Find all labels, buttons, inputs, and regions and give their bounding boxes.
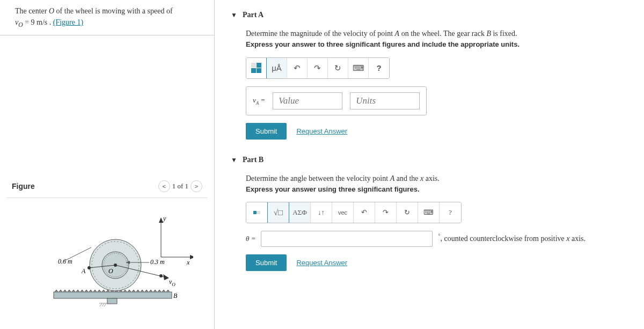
svg-line-10 [104, 303, 106, 306]
toolbar-a: μÅ ↶ ↷ ↻ ⌨ ? [246, 57, 390, 79]
figure-next-button[interactable]: > [191, 180, 202, 192]
svg-text:0.6 m: 0.6 m [58, 258, 72, 265]
theta-units-label: °, counted counterclockwise from positiv… [438, 235, 586, 243]
units-input[interactable] [350, 92, 420, 109]
vec-button[interactable]: vec [332, 202, 354, 223]
templates-button[interactable] [246, 58, 267, 78]
svg-line-9 [102, 303, 104, 306]
svg-point-18 [87, 266, 91, 269]
chevron-down-icon[interactable]: ▼ [231, 156, 237, 164]
undo-button[interactable]: ↶ [287, 58, 308, 78]
theta-input[interactable] [261, 231, 433, 247]
part-b-title: Part B [243, 156, 264, 164]
request-answer-a[interactable]: Request Answer [296, 127, 347, 135]
redo-button-b[interactable]: ↷ [375, 202, 397, 223]
root-button[interactable]: √□ [268, 202, 289, 223]
svg-text:0.3 m: 0.3 m [150, 258, 165, 266]
chevron-down-icon[interactable]: ▼ [231, 11, 237, 19]
part-a: ▼ Part A Determine the magnitude of the … [231, 11, 633, 140]
svg-line-8 [100, 303, 102, 306]
svg-marker-27 [163, 274, 169, 280]
variable-vA: vA = [253, 96, 265, 106]
undo-button-b[interactable]: ↶ [354, 202, 375, 223]
svg-text:B: B [173, 292, 178, 299]
figure-title: Figure [12, 182, 35, 191]
reset-button[interactable]: ↻ [328, 58, 348, 78]
templates-button-b[interactable] [246, 202, 268, 223]
submit-button-b[interactable]: Submit [246, 254, 287, 271]
help-button-b[interactable]: ? [440, 202, 461, 223]
submit-button-a[interactable]: Submit [246, 123, 287, 140]
keyboard-button[interactable]: ⌨ [348, 58, 369, 78]
svg-rect-6 [54, 292, 172, 298]
svg-text:x: x [186, 259, 190, 266]
svg-point-28 [159, 274, 163, 277]
svg-marker-2 [159, 217, 163, 223]
value-input[interactable] [273, 92, 342, 109]
greek-button[interactable]: ΑΣΦ [289, 202, 311, 223]
request-answer-b[interactable]: Request Answer [296, 259, 347, 267]
help-button[interactable]: ? [369, 58, 389, 78]
svg-text:A: A [81, 267, 86, 275]
toolbar-b: √□ ΑΣΦ ↓↑ vec ↶ ↷ ↻ ⌨ ? [246, 202, 462, 223]
part-b-instruction2: Express your answer using three signific… [246, 184, 618, 195]
svg-marker-3 [190, 255, 193, 259]
svg-text:y: y [163, 215, 166, 222]
part-a-title: Part A [243, 11, 264, 19]
keyboard-button-b[interactable]: ⌨ [418, 202, 440, 223]
units-button[interactable]: μÅ [267, 58, 287, 78]
redo-button[interactable]: ↷ [308, 58, 328, 78]
problem-statement: The center O of the wheel is moving with… [0, 0, 214, 35]
figure-image: y x [6, 198, 208, 316]
svg-text:vO: vO [169, 278, 175, 287]
variable-theta: θ = [246, 235, 255, 243]
part-b: ▼ Part B Determine the angle between the… [231, 156, 633, 272]
subscript-button[interactable]: ↓↑ [311, 202, 332, 223]
figure-link[interactable]: (Figure 1) [53, 18, 83, 26]
figure-prev-button[interactable]: < [158, 180, 170, 192]
reset-button-b[interactable]: ↻ [397, 202, 418, 223]
part-a-instruction: Determine the magnitude of the velocity … [246, 28, 618, 39]
svg-text:O: O [108, 267, 113, 275]
part-b-instruction: Determine the angle between the velocity… [246, 173, 618, 184]
svg-rect-11 [107, 298, 117, 304]
part-a-instruction2: Express your answer to three significant… [246, 39, 618, 50]
figure-counter: 1 of 1 [172, 182, 188, 191]
